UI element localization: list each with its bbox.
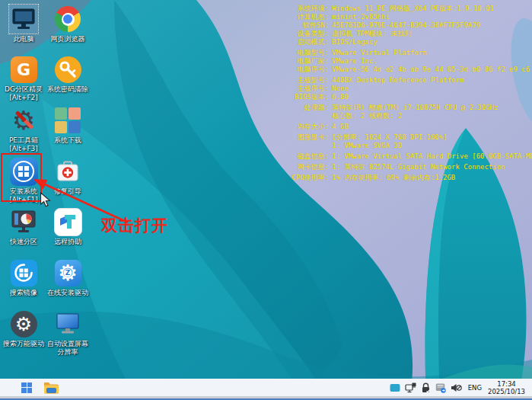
system-info-line: 内存大小:4 GB (283, 123, 532, 131)
highlight-box (1, 153, 42, 202)
image-search-icon (9, 258, 38, 287)
desktop-icon-search-image[interactable]: 搜索镜像 (2, 258, 46, 297)
system-info-line: 主板序号:None (283, 85, 532, 93)
system-info-line: 1: VMware SVGA 3D (283, 142, 532, 150)
gear-screwdriver-icon: ⚙ (9, 106, 38, 135)
system-info-line: 系统环境:Windows 11_PE_网络版_X64 PE版本:1.9.10.0… (283, 5, 532, 13)
system-info-line: 设备类型:虚拟机 TPM模块: 未找到 (283, 30, 532, 38)
system-info-line: 电脑厂家:VMware Inc. (283, 57, 532, 66)
desktop-icon-quick-partition[interactable]: 快速分区 (2, 207, 46, 246)
system-info-line: 主板型号:440BX Desktop Reference Platform (283, 76, 532, 85)
color-tiles-icon (53, 106, 82, 135)
icon-label: 修复引导 (46, 187, 90, 196)
driver-gear-z-icon: ⚙Z (53, 258, 82, 287)
clock-time: 17:34 (488, 380, 525, 388)
desktop-icon-universal-driver[interactable]: ⚙ 搜索万能驱动 (2, 309, 46, 348)
icon-label: 在线安装驱动 (46, 289, 90, 297)
system-info-line: 核心数: 2 线程数: 2 (283, 112, 532, 120)
system-info-line: 网卡信息:1: 英特尔 82574L Gigabit Network Conne… (283, 163, 532, 171)
icon-hotkey: [Alt+F3] (2, 145, 46, 153)
mouse-cursor (40, 192, 51, 208)
windows-logo-icon (21, 382, 32, 393)
desktop-icon-this-pc[interactable]: 此电脑 (2, 5, 46, 43)
system-info-line: 启动模式:BIOS/Legacy (283, 38, 532, 46)
icon-label: PE工具箱 (2, 136, 46, 145)
icon-label: 系统密码清除 (46, 85, 90, 94)
icon-label: 搜索镜像 (2, 289, 46, 297)
tray-lock-icon[interactable] (420, 382, 432, 394)
computer-icon (9, 5, 38, 34)
key-icon (53, 55, 82, 84)
icon-label: 自动设置屏幕分辨率 (46, 340, 90, 357)
language-indicator[interactable]: ENG (466, 384, 484, 392)
taskbar-clock[interactable]: 17:34 2025/10/13 (488, 380, 527, 395)
file-explorer-button[interactable] (41, 379, 61, 396)
system-info-line: 电脑序号:VMware-56 4d e2 4b ab 9e 44 85-3d b… (283, 66, 532, 74)
desktop-icon-remote-assist[interactable]: 远程协助 (46, 207, 90, 246)
icon-label: 快速分区 (2, 238, 46, 246)
icon-hotkey: [Alt+F2] (2, 94, 46, 102)
system-info-line: 处理器:英特尔(R) 酷睿(TM) i7-10875H CPU @ 2.30GH… (283, 104, 532, 112)
system-info-line: 图形显卡:[分辨率: 1024 X 768 DPI:100%] (283, 133, 532, 142)
chrome-icon (53, 5, 82, 34)
tray-volume-muted-icon[interactable] (451, 382, 462, 394)
system-info-line: CPU使用率:1% 内存使用率: 69% 剩余内存:1.2GB (283, 174, 532, 182)
desktop-icon-password-clear[interactable]: 系统密码清除 (46, 55, 90, 94)
todesk-icon (53, 207, 82, 236)
desktop-icon-web-browser[interactable]: 网页浏览器 (46, 5, 90, 43)
clock-date: 2025/10/13 (488, 388, 525, 395)
system-info-line: 软件SN:45E781D6-979E-4647-B394-38AF7F5F9A7… (283, 21, 532, 30)
icon-label: DG分区精灵 (2, 85, 46, 94)
desktop-icon-online-driver[interactable]: ⚙Z 在线安装驱动 (46, 258, 90, 297)
system-info: 系统环境:Windows 11_PE_网络版_X64 PE版本:1.9.10.0… (283, 5, 532, 182)
system-info-line: 磁盘信息:1: VMware Virtual SATA Hard Drive [… (283, 152, 532, 161)
tray-network-icon[interactable] (405, 382, 416, 394)
desktop-icon-pe-toolbox[interactable]: ⚙ PE工具箱 [Alt+F3] (2, 106, 46, 153)
system-info-line: 电脑型号:VMware Virtual Platform (283, 49, 532, 57)
icon-label: 此电脑 (2, 35, 46, 43)
folder-icon (43, 381, 59, 394)
annotation-text: 双击打开 (101, 216, 168, 235)
tray-display-icon[interactable] (390, 382, 401, 394)
tray-vmware-tools-icon[interactable] (435, 382, 447, 394)
start-button[interactable] (17, 379, 37, 396)
taskbar: ENG 17:34 2025/10/13 (0, 379, 532, 400)
icon-label: 网页浏览器 (46, 35, 90, 43)
icon-label: 系统下载 (46, 136, 90, 145)
taskbar-left (0, 379, 61, 396)
desktop-icon-auto-resolution[interactable]: 自动设置屏幕分辨率 (46, 309, 90, 357)
system-info-line: BIOS版本:6.00 (283, 93, 532, 101)
diskgenius-icon: G (9, 55, 38, 84)
icon-label: 搜索万能驱动 (2, 340, 46, 348)
icon-label: 远程协助 (46, 238, 90, 246)
dark-gear-icon: ⚙ (9, 309, 38, 338)
system-info-line: 计算机名:minint-2v85hhi (283, 13, 532, 21)
first-aid-kit-icon (53, 157, 82, 186)
desktop-icon-repair-boot[interactable]: 修复引导 (46, 157, 90, 196)
taskbar-tray: ENG 17:34 2025/10/13 (390, 379, 532, 396)
desktop-icon-diskgenius[interactable]: G DG分区精灵 [Alt+F2] (2, 55, 46, 102)
blue-monitor-icon (53, 309, 82, 338)
monitor-pie-chart-icon (9, 207, 38, 236)
desktop-icon-system-download[interactable]: 系统下载 (46, 106, 90, 145)
